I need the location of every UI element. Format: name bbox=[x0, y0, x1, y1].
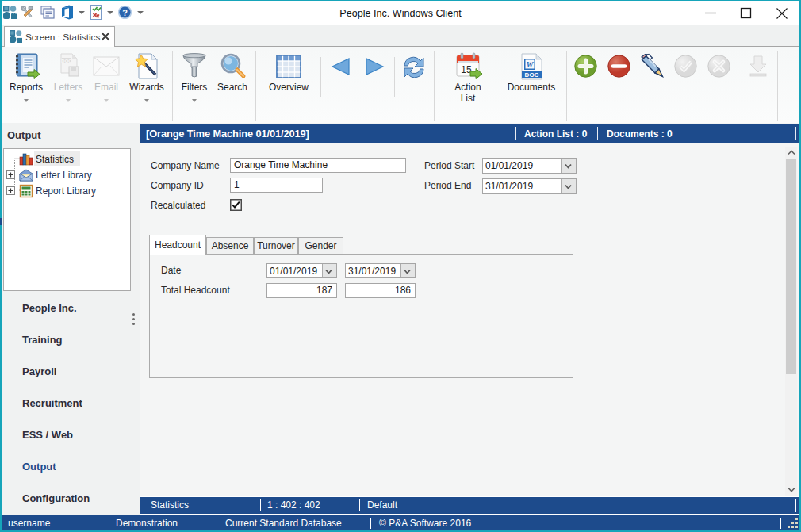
svg-text:DOC: DOC bbox=[61, 59, 72, 63]
svg-text:W: W bbox=[527, 60, 535, 69]
svg-text:DOC: DOC bbox=[525, 71, 539, 78]
